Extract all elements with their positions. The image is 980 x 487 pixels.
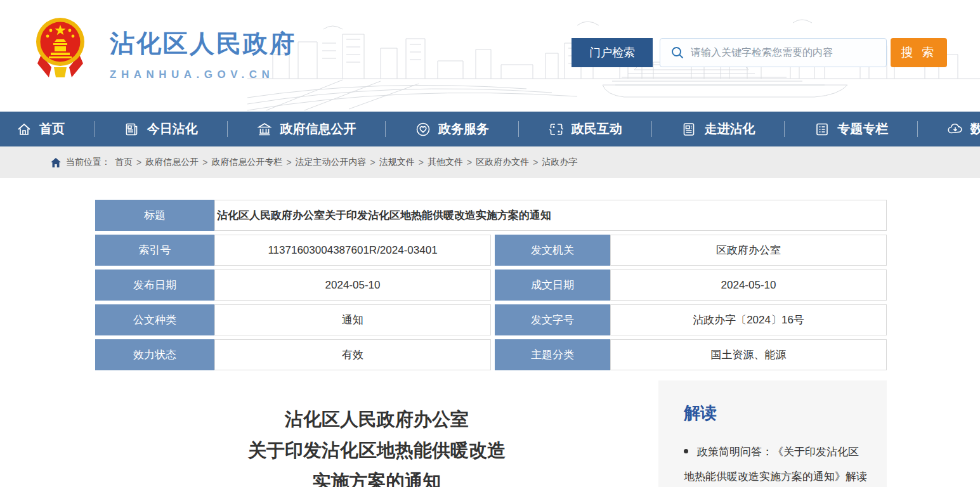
breadcrumb-link[interactable]: 首页 [115, 157, 133, 168]
table-row: 发布日期 2024-05-10 成文日期 2024-05-10 [95, 269, 887, 301]
breadcrumb-link[interactable]: 其他文件 [428, 157, 463, 168]
cloud-download-icon [947, 121, 964, 138]
nav-label: 专题专栏 [837, 120, 888, 138]
meta-value-subject-category: 国土资源、能源 [610, 339, 887, 370]
nav-item-special-topics[interactable]: 专题专栏 [814, 120, 888, 138]
meta-value-issuing-agency: 区政府办公室 [610, 235, 887, 266]
nav-label: 数据开放 [970, 120, 980, 138]
meta-label-validity-status: 效力状态 [95, 339, 214, 370]
document-icon [681, 121, 697, 138]
meta-label-publish-date: 发布日期 [95, 269, 214, 301]
search-box [660, 38, 887, 67]
nav-label: 首页 [39, 120, 65, 138]
portal-search-button[interactable]: 门户检索 [572, 38, 653, 67]
document-title-line: 关于印发沾化区地热能供暖改造 [95, 435, 658, 466]
main-nav: 首页 今日沾化 政府信息公开 [0, 112, 980, 146]
home-icon [16, 121, 32, 138]
meta-label-document-number: 发文字号 [495, 304, 610, 335]
search-input[interactable] [691, 47, 868, 58]
nav-divider [385, 121, 386, 137]
meta-value-validity-status: 有效 [214, 339, 491, 370]
page: 沾化区人民政府 ZHANHUA.GOV.CN 门户检索 搜 索 [0, 0, 980, 487]
meta-value-document-type: 通知 [214, 304, 491, 335]
nav-item-services[interactable]: 政务服务 [415, 120, 489, 138]
site-title-block: 沾化区人民政府 ZHANHUA.GOV.CN [110, 14, 296, 81]
meta-value-document-number: 沾政办字〔2024〕16号 [610, 304, 887, 335]
table-row: 标题 沾化区人民政府办公室关于印发沾化区地热能供暖改造实施方案的通知 [95, 200, 887, 231]
site-header: 沾化区人民政府 ZHANHUA.GOV.CN 门户检索 搜 索 [0, 0, 980, 112]
breadcrumb-home-icon [51, 158, 61, 167]
meta-value-index-number: 11371603004387601R/2024-03401 [214, 235, 491, 266]
list-icon [814, 121, 830, 138]
search-submit-button[interactable]: 搜 索 [891, 38, 947, 67]
newspaper-icon [124, 121, 140, 138]
breadcrumb-link[interactable]: 区政府办文件 [476, 157, 529, 168]
meta-label-index-number: 索引号 [95, 235, 214, 266]
nav-divider [227, 121, 228, 137]
document-meta-table: 标题 沾化区人民政府办公室关于印发沾化区地热能供暖改造实施方案的通知 索引号 1… [95, 200, 887, 374]
nav-label: 今日沾化 [147, 120, 198, 138]
meta-label-document-type: 公文种类 [95, 304, 214, 335]
nav-divider [518, 121, 519, 137]
breadcrumb-separator: > [202, 157, 207, 167]
nav-item-gov-info[interactable]: 政府信息公开 [256, 120, 356, 138]
nav-item-open-data[interactable]: 数据开放 [947, 120, 980, 138]
document-title: 沾化区人民政府办公室 关于印发沾化区地热能供暖改造 实施方案的通知 [95, 404, 658, 487]
nav-item-home[interactable]: 首页 [16, 120, 65, 138]
national-emblem-icon [35, 14, 86, 81]
meta-label-subject-category: 主题分类 [495, 339, 610, 370]
site-domain: ZHANHUA.GOV.CN [110, 68, 296, 81]
bullet-icon [684, 449, 688, 453]
nav-label: 走进沾化 [704, 120, 755, 138]
meta-label-title: 标题 [95, 200, 214, 231]
nav-item-today[interactable]: 今日沾化 [124, 120, 198, 138]
meta-value-title: 沾化区人民政府办公室关于印发沾化区地热能供暖改造实施方案的通知 [214, 200, 887, 231]
meta-label-written-date: 成文日期 [495, 269, 610, 301]
table-row: 索引号 11371603004387601R/2024-03401 发文机关 区… [95, 235, 887, 266]
breadcrumb-separator: > [533, 157, 538, 167]
meta-value-publish-date: 2024-05-10 [214, 269, 491, 301]
nav-divider [784, 121, 785, 137]
site-logo[interactable]: 沾化区人民政府 ZHANHUA.GOV.CN [35, 14, 327, 81]
nav-label: 政民互动 [572, 120, 622, 138]
interaction-chat-icon [548, 121, 565, 138]
nav-divider [94, 121, 95, 137]
breadcrumb-separator: > [419, 157, 424, 167]
interpretation-link-text: 政策简明问答：《关于印发沾化区地热能供暖改造实施方案的通知》解读 [684, 446, 867, 483]
breadcrumb-separator: > [467, 157, 472, 167]
breadcrumb-separator: > [370, 157, 376, 167]
document-title-line: 沾化区人民政府办公室 [95, 404, 658, 435]
document-title-line: 实施方案的通知 [95, 466, 658, 487]
nav-label: 政府信息公开 [280, 120, 356, 138]
breadcrumb: 当前位置： 首页 > 政府信息公开 > 政府信息公开专栏 > 法定主动公开内容 … [0, 146, 980, 178]
nav-label: 政务服务 [438, 120, 489, 138]
breadcrumb-prefix: 当前位置： [66, 157, 110, 168]
breadcrumb-separator: > [286, 157, 291, 167]
interpretation-link[interactable]: 政策简明问答：《关于印发沾化区地热能供暖改造实施方案的通知》解读 [684, 439, 869, 487]
breadcrumb-link[interactable]: 沾政办字 [542, 157, 577, 168]
nav-item-about[interactable]: 走进沾化 [681, 120, 755, 138]
search-icon [670, 46, 684, 60]
government-building-icon [256, 121, 273, 138]
nav-divider [651, 121, 652, 137]
interpretation-heading: 解读 [684, 402, 869, 424]
breadcrumb-link[interactable]: 法定主动公开内容 [296, 157, 367, 168]
nav-item-interaction[interactable]: 政民互动 [548, 120, 622, 138]
breadcrumb-separator: > [136, 157, 141, 167]
breadcrumb-link[interactable]: 政府信息公开 [145, 157, 199, 168]
site-name: 沾化区人民政府 [110, 27, 296, 61]
meta-label-issuing-agency: 发文机关 [495, 235, 610, 266]
breadcrumb-link[interactable]: 政府信息公开专栏 [211, 157, 282, 168]
nav-divider [917, 121, 918, 137]
table-row: 公文种类 通知 发文字号 沾政办字〔2024〕16号 [95, 304, 887, 335]
breadcrumb-link[interactable]: 法规文件 [379, 157, 415, 168]
interpretation-panel: 解读 政策简明问答：《关于印发沾化区地热能供暖改造实施方案的通知》解读 [658, 380, 887, 487]
table-row: 效力状态 有效 主题分类 国土资源、能源 [95, 339, 887, 370]
service-heart-icon [415, 121, 431, 138]
meta-value-written-date: 2024-05-10 [610, 269, 887, 301]
